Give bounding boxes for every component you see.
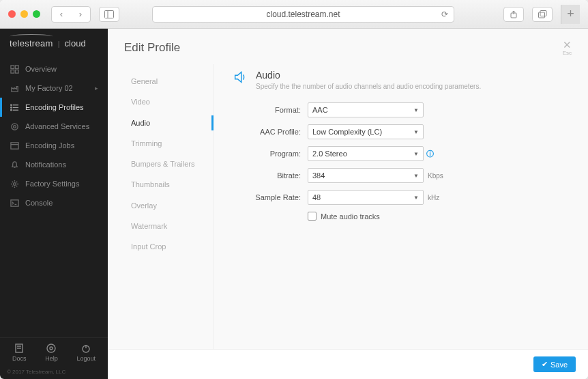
section-description: Specify the the number of audio channels… bbox=[256, 83, 481, 90]
new-tab-button[interactable]: + bbox=[561, 5, 580, 24]
close-hint: Esc bbox=[563, 50, 572, 56]
tab-bumpers-trailers[interactable]: Bumpers & Trailers bbox=[124, 154, 213, 174]
label-aac-profile: AAC Profile: bbox=[233, 128, 308, 136]
brand-separator: | bbox=[58, 40, 60, 48]
footer-logout[interactable]: Logout bbox=[77, 343, 96, 362]
row-sample-rate: Sample Rate: 48▼ kHz bbox=[233, 190, 572, 205]
tab-thumbnails[interactable]: Thumbnails bbox=[124, 174, 213, 195]
doc-icon bbox=[14, 343, 24, 353]
close-window-button[interactable] bbox=[8, 10, 16, 18]
chevron-down-icon: ▼ bbox=[413, 173, 419, 179]
grid-icon bbox=[10, 64, 19, 74]
sidebar-item-label: Encoding Jobs bbox=[25, 141, 74, 150]
save-button[interactable]: ✔ Save bbox=[533, 356, 576, 372]
section-title: Audio bbox=[256, 70, 481, 81]
sidebar-item-overview[interactable]: Overview bbox=[0, 59, 108, 79]
tab-audio[interactable]: Audio bbox=[124, 113, 213, 133]
sidebar-item-advanced-services[interactable]: Advanced Services bbox=[0, 117, 108, 136]
content-area: GeneralVideoAudioTrimmingBumpers & Trail… bbox=[108, 64, 588, 349]
gear-icon bbox=[10, 179, 19, 188]
select-aac-profile[interactable]: Low Complexity (LC)▼ bbox=[308, 124, 424, 139]
row-aac-profile: AAC Profile: Low Complexity (LC)▼ bbox=[233, 124, 572, 139]
sidebar-item-encoding-jobs[interactable]: Encoding Jobs bbox=[0, 136, 108, 155]
audio-icon bbox=[233, 70, 248, 87]
back-button[interactable]: ‹ bbox=[52, 7, 71, 22]
row-format: Format: AAC▼ bbox=[233, 102, 572, 117]
tab-input-crop[interactable]: Input Crop bbox=[124, 236, 213, 257]
svg-rect-8 bbox=[15, 70, 18, 73]
select-format[interactable]: AAC▼ bbox=[308, 102, 424, 117]
app-body: telestream | cloud OverviewMy Factory 02… bbox=[0, 29, 588, 379]
settings-tabs: GeneralVideoAudioTrimmingBumpers & Trail… bbox=[124, 64, 213, 349]
bell-icon bbox=[10, 160, 19, 169]
svg-rect-3 bbox=[538, 12, 544, 18]
section-header: Audio Specify the the number of audio ch… bbox=[233, 70, 572, 90]
sidebar-nav: OverviewMy Factory 02▸Encoding ProfilesA… bbox=[0, 55, 108, 337]
chevron-down-icon: ▼ bbox=[413, 195, 419, 201]
svg-rect-0 bbox=[105, 10, 114, 18]
url-bar[interactable]: cloud.telestream.net ⟳ bbox=[152, 6, 454, 23]
jobs-icon bbox=[10, 141, 19, 150]
tab-video[interactable]: Video bbox=[124, 92, 213, 112]
minimize-window-button[interactable] bbox=[20, 10, 28, 18]
svg-point-14 bbox=[10, 109, 11, 110]
svg-rect-7 bbox=[10, 70, 14, 73]
tabs-button[interactable] bbox=[532, 7, 553, 22]
label-sample-rate: Sample Rate: bbox=[233, 193, 308, 201]
row-mute: Mute audio tracks bbox=[308, 212, 572, 221]
help-icon bbox=[46, 343, 56, 353]
close-button[interactable]: ✕ Esc bbox=[563, 40, 572, 56]
sidebar-item-label: My Factory 02 bbox=[25, 84, 73, 92]
select-program[interactable]: 2.0 Stereo▼ bbox=[308, 146, 424, 161]
sidebar-item-console[interactable]: Console bbox=[0, 193, 108, 212]
footer-docs[interactable]: Docs bbox=[12, 343, 27, 362]
sidebar-item-factory-settings[interactable]: Factory Settings bbox=[0, 174, 108, 193]
reload-icon[interactable]: ⟳ bbox=[441, 10, 448, 19]
sidebar-item-notifications[interactable]: Notifications bbox=[0, 155, 108, 174]
select-sample-rate[interactable]: 48▼ bbox=[308, 190, 424, 205]
nav-buttons: ‹ › bbox=[51, 6, 91, 23]
services-icon bbox=[10, 122, 19, 131]
brand: telestream | cloud bbox=[0, 29, 108, 55]
checkbox-mute[interactable] bbox=[308, 212, 317, 221]
unit-sample-rate: kHz bbox=[428, 194, 439, 201]
sidebar-item-label: Overview bbox=[25, 65, 57, 73]
brand-suffix: cloud bbox=[65, 38, 86, 48]
window-controls bbox=[8, 10, 40, 18]
main-header: Edit Profile ✕ Esc bbox=[108, 29, 588, 64]
tab-watermark[interactable]: Watermark bbox=[124, 216, 213, 236]
page-title: Edit Profile bbox=[124, 41, 180, 55]
sidebar-footer: DocsHelpLogout bbox=[0, 337, 108, 365]
tab-overlay[interactable]: Overlay bbox=[124, 195, 213, 216]
sidebar-item-encoding-profiles[interactable]: Encoding Profiles bbox=[0, 98, 108, 117]
list-icon bbox=[10, 102, 19, 112]
share-button[interactable] bbox=[503, 7, 524, 22]
console-icon bbox=[10, 198, 19, 208]
svg-point-26 bbox=[50, 347, 53, 350]
copyright: © 2017 Telestream, LLC bbox=[0, 365, 108, 379]
label-program: Program: bbox=[233, 150, 308, 158]
forward-button[interactable]: › bbox=[71, 7, 90, 22]
svg-point-16 bbox=[13, 125, 16, 128]
sidebar-item-label: Notifications bbox=[25, 160, 66, 169]
sidebar: telestream | cloud OverviewMy Factory 02… bbox=[0, 29, 108, 379]
close-icon: ✕ bbox=[563, 40, 572, 50]
chrome-right: + bbox=[501, 5, 580, 24]
row-program: Program: 2.0 Stereo▼ ⓘ bbox=[233, 146, 572, 161]
sidebar-toggle-button[interactable] bbox=[99, 7, 119, 22]
select-bitrate[interactable]: 384▼ bbox=[308, 168, 424, 183]
tab-general[interactable]: General bbox=[124, 71, 213, 92]
label-mute: Mute audio tracks bbox=[321, 212, 380, 221]
sidebar-item-my-factory-02[interactable]: My Factory 02▸ bbox=[0, 79, 108, 98]
footer-help[interactable]: Help bbox=[45, 343, 58, 362]
info-icon[interactable]: ⓘ bbox=[426, 149, 434, 159]
row-bitrate: Bitrate: 384▼ Kbps bbox=[233, 168, 572, 183]
sidebar-item-label: Factory Settings bbox=[25, 180, 79, 188]
chevron-down-icon: ▼ bbox=[413, 151, 419, 157]
maximize-window-button[interactable] bbox=[33, 10, 40, 18]
main-footer: ✔ Save bbox=[108, 349, 588, 379]
tab-trimming[interactable]: Trimming bbox=[124, 133, 213, 154]
sidebar-item-label: Encoding Profiles bbox=[25, 103, 84, 111]
browser-window: ‹ › cloud.telestream.net ⟳ + telestream … bbox=[0, 0, 588, 379]
brand-name: telestream bbox=[10, 38, 53, 48]
